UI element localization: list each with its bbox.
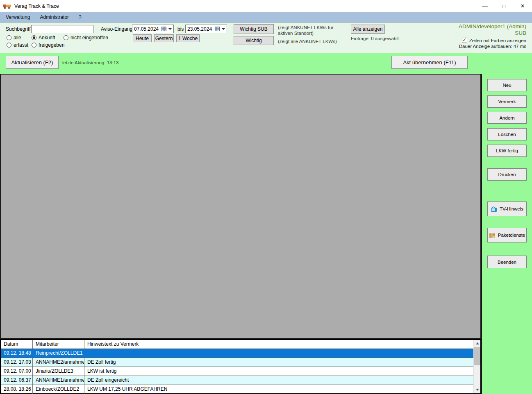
package-icon xyxy=(489,233,496,238)
eine-woche-button[interactable]: 1 Woche xyxy=(176,34,200,42)
radio-ankunft-label: Ankunft xyxy=(39,35,55,41)
cell-hinweistext[interactable] xyxy=(84,349,473,358)
app-window: Verag Track & Trace — □ × Verwaltung Adm… xyxy=(0,0,532,394)
user-info: ADMIN/developer1 (Admin) SUB Zeilen mit … xyxy=(412,23,526,49)
cell-hinweistext[interactable]: DE Zoll eingereicht xyxy=(84,376,473,385)
cell-datum[interactable]: 09.12. 17:03 xyxy=(1,358,33,367)
table-row[interactable]: 09.12. 06:37 ANNAHME1/annahme1 DE Zoll e… xyxy=(1,376,480,385)
search-input[interactable] xyxy=(31,25,93,33)
window-title: Verag Track & Trace xyxy=(14,3,59,9)
akt-uebernehmen-button[interactable]: Akt übernehmen (F11) xyxy=(391,56,468,69)
vermerk-button[interactable]: Vermerk xyxy=(487,95,527,108)
action-sidebar: Neu Vermerk Ändern Löschen LKW fertig Dr… xyxy=(481,74,532,394)
maximize-button[interactable]: □ xyxy=(494,0,513,12)
chevron-down-icon[interactable] xyxy=(168,28,172,30)
last-update-label: letzte Aktualisierung: 13:13 xyxy=(62,60,118,65)
date-from-picker[interactable]: 07.05.2024 xyxy=(132,25,174,33)
tv-hinweis-button[interactable]: TV-Hinweis xyxy=(487,202,527,216)
menu-verwaltung[interactable]: Verwaltung xyxy=(2,13,34,22)
scroll-up-icon[interactable] xyxy=(474,340,481,347)
cell-mitarbeiter[interactable]: Reinprecht/ZOLLDE1 xyxy=(33,349,84,358)
radio-circle xyxy=(7,43,11,48)
header-datum[interactable]: Datum xyxy=(1,340,33,349)
radio-circle xyxy=(32,43,36,48)
wichtig-button[interactable]: Wichtig xyxy=(234,36,274,45)
window-controls: — □ × xyxy=(475,0,532,12)
cell-mitarbeiter[interactable]: ANNAHME2/annahme2 xyxy=(33,358,84,367)
scroll-down-icon[interactable] xyxy=(474,386,481,393)
alle-anzeigen-button[interactable]: Alle anzeigen xyxy=(351,25,385,34)
wichtig-sub-button[interactable]: Wichtig SUB xyxy=(234,24,274,34)
color-rows-checkbox-row: Zeilen mit Farben anzeigen xyxy=(412,38,526,43)
menu-administrator[interactable]: Administrator xyxy=(36,13,73,22)
beenden-button[interactable]: Beenden xyxy=(487,256,527,268)
close-button[interactable]: × xyxy=(513,0,532,12)
radio-alle-label: alle xyxy=(14,35,21,41)
cell-hinweistext[interactable]: LKW ist fertig xyxy=(84,367,473,376)
loeschen-button[interactable]: Löschen xyxy=(487,128,527,140)
radio-ankunft[interactable]: Ankunft xyxy=(32,35,55,41)
radio-freigegeben-label: freigegeben xyxy=(39,42,64,48)
radio-circle xyxy=(7,35,11,40)
header-mitarbeiter[interactable]: Mitarbeiter xyxy=(33,340,84,349)
truck-icon xyxy=(3,3,11,9)
calendar-icon xyxy=(215,27,220,31)
cell-hinweistext[interactable]: DE Zoll fertig xyxy=(84,358,473,367)
table-row[interactable]: 09.12. 17:03 ANNAHME2/annahme2 DE Zoll f… xyxy=(1,358,480,367)
table-scrollbar[interactable] xyxy=(473,340,480,393)
chevron-down-icon[interactable] xyxy=(222,28,225,30)
radio-nicht-eingetroffen[interactable]: nicht eingetroffen xyxy=(64,35,108,41)
drucken-button[interactable]: Drucken xyxy=(487,168,527,181)
cell-datum[interactable]: 28.08. 18:26 xyxy=(1,385,33,394)
heute-button[interactable]: Heute xyxy=(133,34,152,42)
table-header-row: Datum Mitarbeiter Hinweistext zu Vermerk xyxy=(1,340,480,349)
search-label: Suchbegriff xyxy=(6,26,31,32)
entries-count: Einträge: 0 ausgewählt xyxy=(351,36,399,41)
cell-mitarbeiter[interactable]: Einboeck/ZOLLDE2 xyxy=(33,385,84,394)
cell-mitarbeiter[interactable]: Jinariu/ZOLLDE3 xyxy=(33,367,84,376)
main-list-area[interactable] xyxy=(0,74,481,339)
aendern-button[interactable]: Ändern xyxy=(487,112,527,124)
paketdienste-label: Paketdienste xyxy=(498,233,525,238)
calendar-icon xyxy=(161,27,166,31)
vermerk-table: Datum Mitarbeiter Hinweistext zu Vermerk… xyxy=(0,339,481,394)
cell-datum[interactable]: 09.12. 06:37 xyxy=(1,376,33,385)
date-to-value: 23.05.2024 xyxy=(187,26,215,32)
cell-datum[interactable]: 09.12. 07:00 xyxy=(1,367,33,376)
command-bar: Aktualisieren (F2) letzte Aktualisierung… xyxy=(0,53,532,74)
aviso-label: Aviso-Eingang xyxy=(101,26,132,32)
render-duration: Dauer Anzeige aufbauen: 47 ms xyxy=(412,44,526,49)
minimize-button[interactable]: — xyxy=(475,0,494,12)
date-from-value: 07.05.2024 xyxy=(134,26,161,32)
radio-erfasst[interactable]: erfasst xyxy=(7,42,28,48)
table-row[interactable]: 09.12. 18:48 Reinprecht/ZOLLDE1 xyxy=(1,349,480,358)
radio-nicht-eingetroffen-label: nicht eingetroffen xyxy=(70,35,108,41)
bis-label: bis xyxy=(177,26,184,32)
wichtig-sub-hint: (zeigt ANKUNFT-LKWs für aktiven Standort… xyxy=(278,25,350,36)
refresh-button[interactable]: Aktualisieren (F2) xyxy=(6,56,59,69)
radio-circle xyxy=(64,35,68,40)
tv-icon xyxy=(491,206,497,212)
table-row[interactable]: 09.12. 07:00 Jinariu/ZOLLDE3 LKW ist fer… xyxy=(1,367,480,376)
radio-circle-checked xyxy=(32,35,36,40)
neu-button[interactable]: Neu xyxy=(487,79,527,91)
color-rows-checkbox-label: Zeilen mit Farben anzeigen xyxy=(469,38,526,43)
paketdienste-button[interactable]: Paketdienste xyxy=(487,228,527,242)
menu-help[interactable]: ? xyxy=(75,13,86,22)
date-to-picker[interactable]: 23.05.2024 xyxy=(185,25,227,33)
radio-alle[interactable]: alle xyxy=(7,35,21,41)
gestern-button[interactable]: Gestern xyxy=(154,34,174,42)
radio-erfasst-label: erfasst xyxy=(14,42,28,48)
checked-checkbox-icon[interactable] xyxy=(462,38,467,43)
header-hinweistext[interactable]: Hinweistext zu Vermerk xyxy=(84,340,473,349)
tv-hinweis-label: TV-Hinweis xyxy=(500,206,523,211)
user-name: ADMIN/developer1 (Admin) xyxy=(412,23,526,30)
radio-freigegeben[interactable]: freigegeben xyxy=(32,42,64,48)
title-bar: Verag Track & Trace — □ × xyxy=(0,0,532,12)
cell-mitarbeiter[interactable]: ANNAHME1/annahme1 xyxy=(33,376,84,385)
lkw-fertig-button[interactable]: LKW fertig xyxy=(487,145,527,157)
scrollbar-thumb[interactable] xyxy=(474,347,480,365)
table-row[interactable]: 28.08. 18:26 Einboeck/ZOLLDE2 LKW UM 17,… xyxy=(1,385,480,394)
cell-datum[interactable]: 09.12. 18:48 xyxy=(1,349,33,358)
cell-hinweistext[interactable]: LKW UM 17,25 UHR ABGEFAHREN xyxy=(84,385,473,394)
